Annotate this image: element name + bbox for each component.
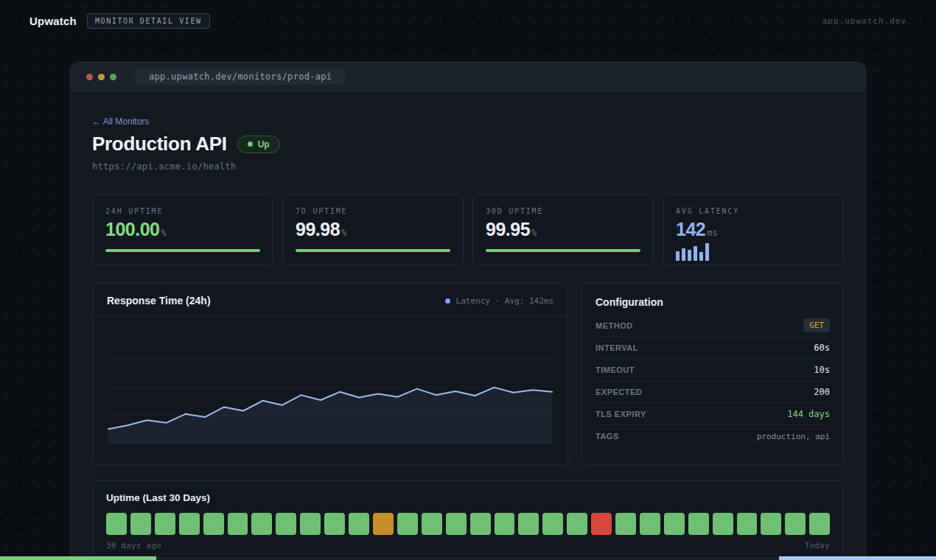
response-time-plot[interactable] — [106, 324, 554, 454]
status-badge: Up — [237, 136, 280, 153]
stat-value: 99.95 — [486, 219, 530, 240]
method-badge: GET — [803, 318, 830, 332]
topbar-domain: app.upwatch.dev — [823, 16, 907, 26]
chart-legend: Latency · Avg: 142ms — [445, 296, 553, 306]
uptime-day-16-up[interactable] — [470, 513, 491, 535]
stat-unit: ms — [707, 228, 717, 238]
config-value: production, api — [757, 432, 830, 441]
stat-value: 100.00 — [105, 219, 159, 240]
uptime-day-20-up[interactable] — [567, 513, 587, 535]
legend-dot-icon — [445, 298, 450, 304]
uptime-day-19-up[interactable] — [542, 513, 563, 535]
top-bar: Upwatch MONITOR DETAIL VIEW app.upwatch.… — [0, 0, 936, 41]
browser-window: app.upwatch.dev/monitors/prod-api ← All … — [70, 62, 866, 560]
configuration-card: Configuration METHOD GET INTERVAL 60s TI… — [581, 283, 844, 466]
stat-label: 7D UPTIME — [296, 207, 450, 215]
uptime-footer: 30 days ago Today — [106, 541, 830, 550]
sparkline-bar — [694, 246, 697, 261]
sparkline-bar — [676, 251, 680, 261]
uptime-day-14-up[interactable] — [422, 513, 442, 535]
uptime-day-7-up[interactable] — [251, 513, 272, 535]
config-label: EXPECTED — [596, 388, 642, 396]
uptime-day-2-up[interactable] — [130, 513, 151, 535]
browser-chrome: app.upwatch.dev/monitors/prod-api — [71, 63, 865, 91]
config-label: METHOD — [596, 321, 633, 330]
sparkline-bar — [705, 243, 709, 261]
config-value: 144 days — [787, 409, 830, 419]
stat-label: AVG LATENCY — [676, 207, 831, 215]
config-row-tls-expiry: TLS EXPIRY 144 days — [596, 403, 830, 425]
uptime-day-21-down[interactable] — [591, 513, 612, 535]
config-row-expected: EXPECTED 200 — [596, 381, 830, 403]
legend-label: Latency · Avg: 142ms — [456, 296, 553, 306]
uptime-day-6-up[interactable] — [228, 513, 248, 535]
uptime-day-15-up[interactable] — [446, 513, 467, 535]
config-row-timeout: TIMEOUT 10s — [596, 359, 830, 381]
uptime-range-start-label: 30 days ago — [106, 541, 161, 550]
uptime-day-5-up[interactable] — [203, 513, 224, 535]
config-value: 10s — [814, 365, 830, 375]
config-label: INTERVAL — [596, 343, 638, 352]
back-to-monitors-link[interactable]: ← All Monitors — [92, 116, 149, 127]
traffic-light-maximize-icon — [110, 74, 116, 80]
traffic-light-close-icon — [86, 74, 93, 80]
monitor-url: https://api.acme.io/health — [92, 161, 844, 172]
config-value: 60s — [814, 343, 830, 353]
uptime-progress-bar — [486, 249, 640, 252]
bottom-green-accent-bar — [0, 556, 156, 560]
stat-card-30d-uptime: 30D UPTIME 99.95 % — [472, 195, 654, 265]
page-content: ← All Monitors Production API Up https:/… — [71, 91, 865, 559]
stat-card-avg-latency: AVG LATENCY 142 ms — [663, 195, 844, 265]
uptime-day-4-up[interactable] — [179, 513, 200, 535]
uptime-day-29-up[interactable] — [785, 513, 806, 535]
main-row: Response Time (24h) Latency · Avg: 142ms… — [92, 283, 844, 466]
uptime-day-18-up[interactable] — [518, 513, 539, 535]
uptime-day-27-up[interactable] — [737, 513, 758, 535]
latency-sparkline — [676, 243, 831, 261]
stat-card-24h-uptime: 24H UPTIME 100.00 % — [92, 195, 273, 265]
uptime-day-17-up[interactable] — [495, 513, 515, 535]
uptime-day-10-up[interactable] — [324, 513, 345, 535]
config-label: TLS EXPIRY — [596, 410, 646, 419]
stats-row: 24H UPTIME 100.00 % 7D UPTIME 99.98 % 30… — [92, 195, 844, 265]
uptime-day-8-up[interactable] — [276, 513, 296, 535]
chart-header: Response Time (24h) Latency · Avg: 142ms — [93, 284, 567, 317]
uptime-progress-bar — [105, 249, 260, 252]
uptime-day-23-up[interactable] — [640, 513, 660, 535]
stat-label: 30D UPTIME — [486, 207, 640, 215]
uptime-day-26-up[interactable] — [713, 513, 733, 535]
uptime-day-30-up[interactable] — [809, 513, 830, 535]
configuration-rows: METHOD GET INTERVAL 60s TIMEOUT 10s EXPE… — [596, 315, 830, 447]
title-row: Production API Up — [92, 133, 844, 155]
stat-value: 99.98 — [296, 219, 340, 240]
uptime-day-24-up[interactable] — [664, 513, 685, 535]
sparkline-bar — [688, 250, 691, 261]
uptime-day-12-degraded[interactable] — [373, 513, 394, 535]
config-label: TIMEOUT — [596, 365, 635, 374]
uptime-day-25-up[interactable] — [688, 513, 709, 535]
address-bar: app.upwatch.dev/monitors/prod-api — [136, 69, 345, 85]
sparkline-bar — [699, 252, 703, 261]
uptime-day-1-up[interactable] — [106, 513, 127, 535]
config-row-method: METHOD GET — [596, 315, 830, 337]
uptime-day-13-up[interactable] — [397, 513, 418, 535]
stat-unit: % — [161, 228, 166, 238]
uptime-day-11-up[interactable] — [349, 513, 369, 535]
configuration-title: Configuration — [596, 296, 830, 308]
uptime-day-28-up[interactable] — [761, 513, 781, 535]
uptime-day-22-up[interactable] — [615, 513, 636, 535]
config-row-interval: INTERVAL 60s — [596, 337, 830, 359]
chart-body — [93, 317, 567, 457]
status-dot-icon — [248, 141, 253, 147]
stat-unit: % — [531, 228, 537, 238]
traffic-light-minimize-icon — [98, 74, 105, 80]
uptime-progress-bar — [296, 249, 450, 252]
page-title: Production API — [92, 133, 227, 155]
uptime-day-3-up[interactable] — [155, 513, 175, 535]
uptime-title: Uptime (Last 30 Days) — [106, 492, 830, 503]
uptime-history-card: Uptime (Last 30 Days) 30 days ago Today — [92, 480, 844, 559]
stat-value: 142 — [676, 219, 705, 240]
uptime-day-9-up[interactable] — [300, 513, 321, 535]
response-time-card: Response Time (24h) Latency · Avg: 142ms — [92, 283, 568, 466]
chart-title: Response Time (24h) — [107, 295, 211, 307]
